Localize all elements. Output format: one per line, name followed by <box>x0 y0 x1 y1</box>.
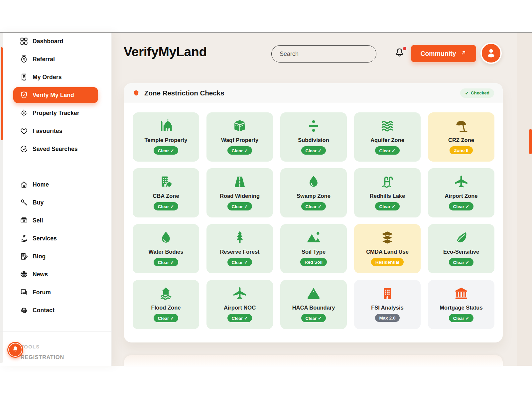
zone-check-card-airport-noc[interactable]: Airport NOC Clear ✓ <box>206 280 273 329</box>
main-area: VerifyMyLand Community Zone Restriction … <box>112 33 532 366</box>
favourites-icon <box>20 127 28 135</box>
sidebar-item-news[interactable]: NEWS News <box>0 266 111 284</box>
sidebar-item-saved-searches[interactable]: Saved Searches <box>0 141 111 158</box>
zone-check-status-badge: Clear ✓ <box>301 202 326 210</box>
zone-check-title: Road Widening <box>220 193 260 199</box>
sidebar-item-label: News <box>33 271 48 278</box>
zone-check-card-redhills-lake[interactable]: Redhills Lake Clear ✓ <box>354 168 421 217</box>
sidebar-item-verify-my-land[interactable]: Verify My Land <box>0 87 111 104</box>
zone-check-card-fsi-analysis[interactable]: FSI Analysis Max 2.0 <box>354 280 421 329</box>
forum-icon <box>20 288 28 297</box>
zone-check-card-subdivision[interactable]: Subdivision Clear ✓ <box>280 112 347 162</box>
sidebar-item-my-orders[interactable]: My Orders <box>0 69 111 86</box>
zone-check-status-badge: Clear ✓ <box>154 258 179 266</box>
panel-title: Zone Restriction Checks <box>144 89 224 97</box>
sidebar-item-property-tracker[interactable]: Property Tracker <box>0 105 111 122</box>
arrow-up-right-icon <box>460 50 467 58</box>
news-icon: NEWS <box>20 270 28 279</box>
mountains-sun-icon <box>306 229 321 246</box>
notifications-bell-button[interactable] <box>394 47 406 60</box>
zone-check-card-airport-zone[interactable]: Airport Zone Clear ✓ <box>428 168 494 217</box>
zone-check-card-reserve-forest[interactable]: Reserve Forest Clear ✓ <box>206 224 273 273</box>
zone-check-status-badge: Zone II <box>450 146 473 154</box>
zone-check-status-badge: Clear ✓ <box>227 314 252 322</box>
zone-check-card-soil-type[interactable]: Soil Type Red Soil <box>280 224 347 273</box>
mosque-icon <box>158 117 174 135</box>
zone-check-title: CMDA Land Use <box>366 249 409 255</box>
zone-check-title: Airport Zone <box>445 193 478 199</box>
zone-check-card-waqf-property[interactable]: Waqf Property Clear ✓ <box>206 112 273 162</box>
road-icon <box>232 173 247 191</box>
sidebar-divider <box>0 162 112 162</box>
zone-checks-grid: Temple Property Clear ✓ Waqf Property Cl… <box>124 103 503 338</box>
notifications-fab[interactable] <box>7 342 23 358</box>
services-hand-icon <box>20 234 28 243</box>
saved-searches-icon <box>20 145 28 153</box>
page-title: VerifyMyLand <box>124 45 207 59</box>
zone-check-card-road-widening[interactable]: Road Widening Clear ✓ <box>206 168 273 217</box>
checked-label: Checked <box>471 90 489 95</box>
zone-check-title: Flood Zone <box>151 305 181 311</box>
zone-check-card-cmda-land-use[interactable]: CMDA Land Use Residential <box>354 224 421 273</box>
sell-cash-icon <box>20 216 28 225</box>
zone-check-card-flood-zone[interactable]: Flood Zone Clear ✓ <box>133 280 199 329</box>
property-tracker-icon <box>20 109 28 117</box>
scrollbar-thumb[interactable] <box>529 129 532 154</box>
sidebar-item-label: My Orders <box>33 74 62 81</box>
pool-ladder-icon <box>380 173 395 191</box>
sidebar-divider <box>0 332 112 332</box>
search-input[interactable] <box>271 45 376 63</box>
zone-check-card-water-bodies[interactable]: Water Bodies Clear ✓ <box>133 224 199 273</box>
referral-icon <box>20 55 28 64</box>
waves-icon <box>380 117 395 135</box>
zone-check-card-temple-property[interactable]: Temple Property Clear ✓ <box>133 112 199 162</box>
my-orders-icon <box>20 73 28 81</box>
zone-check-card-aquifer-zone[interactable]: Aquifer Zone Clear ✓ <box>354 112 421 162</box>
bell-filled-icon <box>12 345 19 354</box>
zone-check-status-badge: Red Soil <box>300 258 327 266</box>
zone-check-status-badge: Clear ✓ <box>375 202 400 210</box>
check-icon: ✓ <box>465 90 468 96</box>
beach-umbrella-icon <box>454 117 469 135</box>
sidebar-item-label: Buy <box>33 199 44 206</box>
sidebar-item-label: Forum <box>33 289 51 296</box>
zone-check-status-badge: Residential <box>371 258 404 266</box>
sidebar-item-forum[interactable]: Forum <box>0 284 111 302</box>
user-avatar[interactable] <box>480 43 502 64</box>
zone-check-title: FSI Analysis <box>371 305 404 311</box>
sidebar-item-label: Home <box>33 181 49 188</box>
plane-icon <box>454 173 469 191</box>
zone-check-status-badge: Clear ✓ <box>301 146 326 155</box>
sidebar-item-sell[interactable]: Sell <box>0 212 111 230</box>
layers-icon <box>380 229 395 246</box>
zone-check-title: Subdivision <box>298 137 329 143</box>
sidebar-item-label: Referral <box>33 56 55 63</box>
zone-check-title: Eco-Sensitive <box>443 249 479 255</box>
sidebar-item-blog[interactable]: Blog <box>0 248 111 266</box>
community-button[interactable]: Community <box>411 45 476 62</box>
sidebar-item-contact[interactable]: Contact <box>0 302 111 320</box>
zone-check-card-swamp-zone[interactable]: Swamp Zone Clear ✓ <box>280 168 347 217</box>
pine-tree-icon <box>232 229 247 246</box>
zone-check-card-mortgage-status[interactable]: Mortgage Status Clear ✓ <box>428 280 494 329</box>
zone-check-title: Aquifer Zone <box>370 137 404 143</box>
sidebar-item-buy[interactable]: Buy <box>0 195 111 212</box>
zone-check-card-haca-boundary[interactable]: HACA Boundary Clear ✓ <box>280 280 347 329</box>
sidebar-item-services[interactable]: Services <box>0 230 111 248</box>
buy-key-icon <box>20 198 28 207</box>
blog-icon <box>20 252 28 261</box>
sidebar-item-referral[interactable]: Referral <box>0 51 111 68</box>
sidebar-item-label: Favourites <box>33 128 63 135</box>
sidebar-item-label: Dashboard <box>33 38 63 45</box>
zone-check-title: Redhills Lake <box>370 193 405 199</box>
sidebar-item-label: Property Tracker <box>33 110 79 117</box>
zone-check-card-eco-sensitive[interactable]: Eco-Sensitive Clear ✓ <box>428 224 494 273</box>
sidebar-item-favourites[interactable]: Favourites <box>0 123 111 140</box>
zone-check-card-crz-zone[interactable]: CRZ Zone Zone II <box>428 112 494 162</box>
zone-check-status-badge: Clear ✓ <box>227 146 252 155</box>
sidebar-item-home[interactable]: Home <box>0 177 111 194</box>
sidebar-item-dashboard[interactable]: Dashboard <box>0 33 111 51</box>
sidebar-secondary-nav: Home Buy Sell Services Blog NEWS News Fo… <box>0 176 111 320</box>
shield-icon <box>133 89 140 97</box>
zone-check-card-cba-zone[interactable]: CBA Zone Clear ✓ <box>133 168 199 217</box>
